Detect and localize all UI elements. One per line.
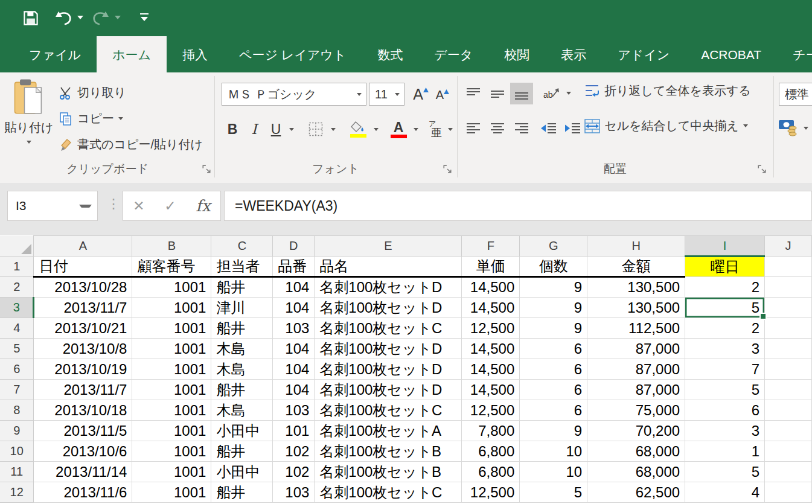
copy-dropdown[interactable] — [118, 117, 123, 120]
row-header-4[interactable]: 4 — [0, 318, 34, 339]
row-header-1[interactable]: 1 — [0, 257, 34, 277]
cell-H11[interactable]: 68,000 — [587, 462, 685, 482]
cell-F7[interactable]: 14,500 — [462, 380, 520, 400]
cell-D7[interactable]: 104 — [273, 380, 315, 400]
cell-D3[interactable]: 104 — [273, 298, 315, 318]
cell-I2[interactable]: 2 — [685, 277, 765, 298]
cell-D2[interactable]: 104 — [273, 277, 315, 298]
cell-J8[interactable] — [764, 400, 811, 421]
cell-B4[interactable]: 1001 — [132, 318, 211, 339]
enter-button[interactable]: ✓ — [164, 198, 176, 214]
cell-G8[interactable]: 6 — [520, 400, 587, 421]
cell-F1[interactable]: 単価 — [462, 257, 520, 277]
row-header-10[interactable]: 10 — [0, 441, 34, 462]
cell-H7[interactable]: 87,000 — [587, 380, 685, 400]
row-header-3[interactable]: 3 — [0, 298, 34, 318]
cancel-button[interactable]: ✕ — [133, 198, 144, 214]
cell-B6[interactable]: 1001 — [132, 359, 211, 380]
select-all-corner[interactable] — [0, 236, 34, 257]
row-header-11[interactable]: 11 — [0, 462, 34, 482]
cell-H2[interactable]: 130,500 — [587, 277, 685, 298]
cell-D5[interactable]: 104 — [273, 339, 315, 359]
cell-J3[interactable] — [764, 298, 811, 318]
row-header-9[interactable]: 9 — [0, 421, 34, 441]
cell-F12[interactable]: 12,500 — [462, 482, 520, 503]
bold-button[interactable]: B — [222, 118, 243, 141]
column-header-C[interactable]: C — [211, 236, 273, 257]
cell-I8[interactable]: 6 — [685, 400, 765, 421]
font-color-button[interactable]: A — [386, 116, 411, 142]
tab-review[interactable]: 校閲 — [488, 36, 545, 72]
cell-C5[interactable]: 木島 — [211, 339, 273, 359]
align-bottom-button[interactable] — [510, 83, 533, 104]
paste-dropdown[interactable] — [27, 141, 31, 144]
format-painter-button[interactable]: 書式のコピー/貼り付け — [59, 136, 203, 153]
alignment-dialog-launcher[interactable] — [757, 164, 767, 174]
tab-file[interactable]: ファイル — [13, 36, 97, 72]
borders-dropdown[interactable] — [331, 128, 336, 131]
cell-H10[interactable]: 68,000 — [587, 441, 685, 462]
column-header-D[interactable]: D — [273, 236, 315, 257]
cell-B9[interactable]: 1001 — [132, 421, 211, 441]
cell-J2[interactable] — [764, 277, 811, 298]
cell-I3[interactable]: 5 — [685, 298, 765, 318]
cell-J12[interactable] — [764, 482, 811, 503]
cell-E3[interactable]: 名刺100枚セットD — [315, 298, 462, 318]
cell-G7[interactable]: 6 — [520, 380, 587, 400]
cell-E2[interactable]: 名刺100枚セットD — [315, 277, 462, 298]
cell-H4[interactable]: 112,500 — [587, 318, 685, 339]
cell-C7[interactable]: 船井 — [211, 380, 273, 400]
cell-E8[interactable]: 名刺100枚セットC — [315, 400, 462, 421]
cell-B10[interactable]: 1001 — [132, 441, 211, 462]
align-center-button[interactable] — [486, 118, 509, 139]
copy-button[interactable]: コピー — [59, 110, 123, 127]
column-header-G[interactable]: G — [520, 236, 587, 257]
column-header-B[interactable]: B — [132, 236, 211, 257]
merge-center-button[interactable]: セルを結合して中央揃え — [584, 118, 748, 134]
cell-J9[interactable] — [764, 421, 811, 441]
tab-acrobat[interactable]: ACROBAT — [685, 36, 777, 72]
cell-I4[interactable]: 2 — [685, 318, 765, 339]
align-middle-button[interactable] — [486, 83, 509, 104]
cell-D9[interactable]: 101 — [273, 421, 315, 441]
cell-B3[interactable]: 1001 — [132, 298, 211, 318]
formula-bar-handle[interactable]: ⋮ — [107, 196, 120, 212]
cell-G6[interactable]: 6 — [520, 359, 587, 380]
font-size-select[interactable]: 11 — [369, 83, 404, 106]
paste-button[interactable]: 貼り付け — [5, 78, 53, 158]
tab-data[interactable]: データ — [418, 36, 488, 72]
cell-J7[interactable] — [764, 380, 811, 400]
clipboard-dialog-launcher[interactable] — [202, 164, 211, 174]
cell-E7[interactable]: 名刺100枚セットD — [315, 380, 462, 400]
column-header-J[interactable]: J — [764, 236, 811, 257]
tab-insert[interactable]: 挿入 — [167, 36, 223, 72]
cell-E9[interactable]: 名刺100枚セットA — [315, 421, 462, 441]
decrease-font-size-button[interactable]: A — [432, 85, 453, 106]
number-format-select[interactable]: 標準 — [779, 83, 812, 106]
align-top-button[interactable] — [462, 83, 485, 104]
cell-A12[interactable]: 2013/11/6 — [34, 482, 132, 503]
cell-I5[interactable]: 3 — [685, 339, 765, 359]
cell-F3[interactable]: 14,500 — [462, 298, 520, 318]
cell-C12[interactable]: 船井 — [211, 482, 273, 503]
cell-D4[interactable]: 103 — [273, 318, 315, 339]
cell-I10[interactable]: 1 — [685, 441, 765, 462]
cell-H1[interactable]: 金額 — [587, 257, 685, 277]
fill-handle[interactable] — [759, 313, 767, 320]
cell-H6[interactable]: 87,000 — [587, 359, 685, 380]
font-color-dropdown[interactable] — [414, 128, 418, 131]
redo-dropdown[interactable] — [115, 16, 121, 19]
column-header-A[interactable]: A — [34, 236, 132, 257]
cell-G2[interactable]: 9 — [520, 277, 587, 298]
cell-F4[interactable]: 12,500 — [462, 318, 520, 339]
italic-button[interactable]: I — [245, 118, 264, 141]
increase-font-size-button[interactable]: A — [410, 83, 432, 106]
tab-formulas[interactable]: 数式 — [362, 36, 418, 72]
tab-home[interactable]: ホーム — [97, 36, 167, 72]
cell-D1[interactable]: 品番 — [273, 257, 315, 277]
cell-B7[interactable]: 1001 — [132, 380, 211, 400]
cell-D8[interactable]: 103 — [273, 400, 315, 421]
cell-B8[interactable]: 1001 — [132, 400, 211, 421]
cell-J6[interactable] — [764, 359, 811, 380]
cell-C11[interactable]: 小田中 — [211, 462, 273, 482]
